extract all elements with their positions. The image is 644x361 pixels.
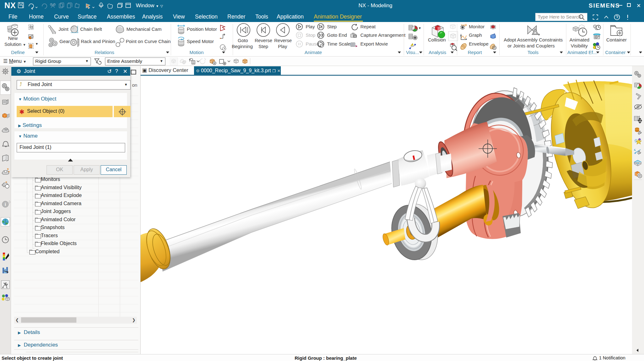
svg-text:i: i	[5, 202, 6, 207]
